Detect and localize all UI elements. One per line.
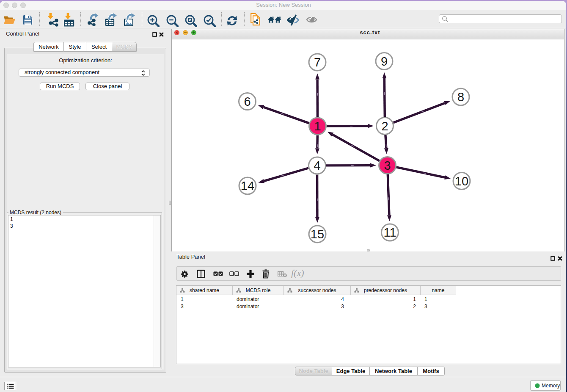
svg-text:11: 11 — [383, 226, 396, 239]
svg-text:1: 1 — [314, 119, 321, 133]
svg-text:8: 8 — [457, 90, 464, 104]
svg-text:6: 6 — [244, 95, 250, 108]
svg-text:3: 3 — [384, 159, 391, 172]
svg-text:4: 4 — [314, 159, 320, 172]
svg-text:14: 14 — [241, 179, 254, 193]
svg-text:9: 9 — [381, 55, 388, 68]
svg-text:2: 2 — [381, 119, 388, 133]
svg-text:10: 10 — [455, 174, 468, 188]
svg-text:7: 7 — [314, 55, 321, 69]
svg-text:15: 15 — [311, 227, 324, 241]
